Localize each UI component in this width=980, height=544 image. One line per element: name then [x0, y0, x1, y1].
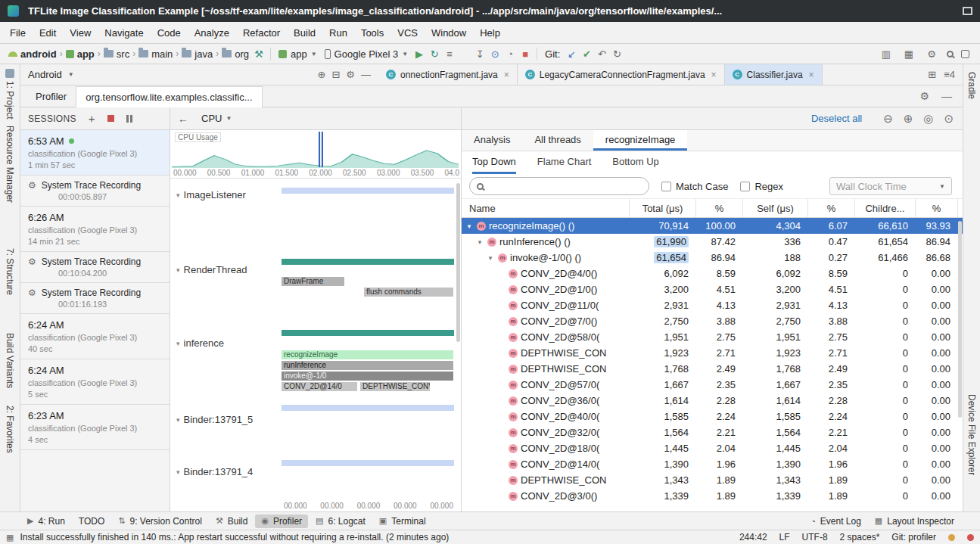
- metric-dropdown[interactable]: CPU ▼: [198, 113, 235, 124]
- thread-row[interactable]: ▾Binder:13791_5: [170, 399, 461, 457]
- tab-all-threads[interactable]: All threads: [522, 130, 593, 151]
- table-row[interactable]: mCONV_2D@58/0(1,9512.751,9512.7500.00: [462, 329, 963, 345]
- menu-item-tools[interactable]: Tools: [354, 27, 390, 39]
- menu-item-help[interactable]: Help: [473, 27, 507, 39]
- menu-item-vcs[interactable]: VCS: [390, 27, 425, 39]
- tool-strip-item[interactable]: 1: Project: [5, 69, 15, 120]
- back-icon[interactable]: ←: [178, 113, 188, 125]
- table-row[interactable]: mCONV_2D@7/0()2,7503.882,7503.8800.00: [462, 313, 963, 329]
- profiler-tool-tab[interactable]: Profiler: [26, 85, 76, 107]
- column-header[interactable]: Total (μs): [630, 199, 696, 217]
- toolwindow-button-profiler[interactable]: ◉Profiler: [255, 514, 308, 528]
- toolwindow-button-eventlog[interactable]: ◔Event Log: [804, 514, 867, 528]
- toolwindow-toggle-icon[interactable]: ▦: [6, 533, 14, 542]
- settings-gear-icon[interactable]: ⚙: [919, 90, 929, 102]
- column-header[interactable]: %: [808, 199, 855, 217]
- menu-item-build[interactable]: Build: [287, 27, 322, 39]
- table-row[interactable]: mDEPTHWISE_CON1,3431.891,3431.8900.00: [462, 472, 963, 488]
- collapse-icon[interactable]: ▾: [176, 416, 180, 424]
- table-row[interactable]: mCONV_2D@40/0(1,5852.241,5852.2400.00: [462, 409, 963, 424]
- indent-indicator[interactable]: 2 spaces*: [840, 532, 880, 542]
- locate-file-icon[interactable]: ⊕: [318, 69, 326, 80]
- editor-tab[interactable]: CClassifier.java×: [725, 64, 823, 85]
- git-rollback-icon[interactable]: ↶: [594, 48, 609, 60]
- expand-icon[interactable]: ▾: [465, 222, 474, 230]
- stop-session-icon[interactable]: [107, 115, 114, 122]
- menu-item-refactor[interactable]: Refactor: [236, 27, 287, 39]
- thread-row[interactable]: ▾ImageListener: [170, 179, 461, 252]
- hide-panel-icon[interactable]: —: [361, 69, 371, 80]
- table-row[interactable]: mCONV_2D@14/0(1,3901.961,3901.9600.00: [462, 456, 963, 472]
- toolwindow-button-vcs[interactable]: ⇅9: Version Control: [112, 514, 208, 528]
- session-item[interactable]: 6:24 AMclassification (Google Pixel 3)5 …: [20, 359, 170, 405]
- reset-zoom-icon[interactable]: ◎: [923, 112, 933, 126]
- menu-item-edit[interactable]: Edit: [33, 27, 63, 39]
- editor-tab[interactable]: ConnectionFragment.java×: [378, 64, 518, 85]
- collapse-icon[interactable]: ▾: [176, 266, 180, 274]
- thread-row[interactable]: ▾Binder:13791_4: [170, 457, 461, 499]
- apply-changes-icon[interactable]: ↻: [427, 48, 442, 60]
- make-project-icon[interactable]: ⚒: [251, 48, 266, 60]
- tab-flame-chart[interactable]: Flame Chart: [537, 151, 592, 174]
- tab-top-down[interactable]: Top Down: [472, 151, 516, 174]
- trace-bar[interactable]: runInference: [282, 361, 453, 370]
- run-menu-icon[interactable]: ≡: [442, 48, 457, 60]
- zoom-out-icon[interactable]: ⊖: [883, 112, 893, 126]
- encoding-indicator[interactable]: UTF-8: [802, 532, 828, 542]
- menu-item-code[interactable]: Code: [151, 27, 188, 39]
- collapse-icon[interactable]: ▾: [176, 468, 180, 476]
- window-controls-icon[interactable]: [963, 7, 972, 15]
- trace-bar[interactable]: invoke@-1/0: [282, 371, 453, 381]
- column-header[interactable]: Childre...: [855, 199, 916, 217]
- toolwindow-button-logcat[interactable]: ▤6: Logcat: [310, 514, 372, 528]
- editor-tab[interactable]: CLegacyCameraConnectionFragment.java×: [518, 64, 725, 85]
- column-header[interactable]: %: [696, 199, 743, 217]
- profiler-session-tab[interactable]: org.tensorflow.lite.examples.classific..…: [76, 86, 262, 107]
- code-coverage-icon[interactable]: ◔: [502, 48, 518, 60]
- table-row[interactable]: mCONV_2D@36/0(1,6142.281,6142.2800.00: [462, 393, 963, 409]
- breadcrumb-main[interactable]: main: [136, 48, 175, 60]
- timeline-scrollbar[interactable]: [456, 183, 460, 342]
- zoom-to-selection-icon[interactable]: ⊙: [944, 112, 954, 126]
- toolwindow-button-build[interactable]: ⚒Build: [210, 514, 254, 528]
- session-item[interactable]: 6:24 AMclassification (Google Pixel 3)40…: [20, 314, 170, 359]
- stop-button[interactable]: ■: [518, 48, 533, 60]
- avd-manager-icon[interactable]: [961, 50, 969, 58]
- table-row[interactable]: mCONV_2D@18/0(1,4452.041,4452.0400.00: [462, 440, 963, 456]
- menu-item-navigate[interactable]: Navigate: [98, 27, 150, 39]
- trace-bar[interactable]: DrawFrame: [282, 277, 344, 286]
- table-scrollbar[interactable]: [958, 221, 962, 418]
- sdk-manager-icon[interactable]: ▦: [901, 48, 916, 60]
- close-icon[interactable]: ×: [711, 70, 717, 80]
- recording-item[interactable]: ⚙System Trace Recording00:10:04.200: [20, 252, 170, 283]
- menu-item-view[interactable]: View: [63, 27, 98, 39]
- filter-search-box[interactable]: [469, 177, 649, 195]
- device-dropdown[interactable]: Google Pixel 3 ▼: [321, 48, 412, 60]
- toolwindow-button-run[interactable]: ▶4: Run: [21, 514, 71, 528]
- git-commit-icon[interactable]: ✔: [579, 48, 594, 60]
- thread-row[interactable]: recognizeImage runInference invoke@-1/0 …: [170, 325, 461, 399]
- collapse-icon[interactable]: ▾: [176, 340, 180, 347]
- tool-strip-item[interactable]: 7: Structure: [5, 248, 15, 295]
- table-row[interactable]: ▾minvoke@-1/0() ()61,65486.941880.2761,4…: [462, 250, 963, 266]
- attach-debugger-icon[interactable]: ↧: [472, 48, 487, 60]
- tool-strip-item[interactable]: Gradle: [966, 72, 977, 99]
- menu-item-analyze[interactable]: Analyze: [188, 27, 236, 39]
- notifications-bell-icon[interactable]: [948, 534, 955, 541]
- deselect-all-link[interactable]: Deselect all: [811, 113, 862, 124]
- trace-bar[interactable]: flush commands: [364, 288, 453, 297]
- thread-row[interactable]: DrawFrame flush commands ▾RenderThread: [170, 252, 461, 325]
- run-button[interactable]: ▶: [412, 48, 427, 60]
- line-ending-indicator[interactable]: LF: [779, 532, 790, 542]
- trace-bar[interactable]: DEPTHWISE_CONV_...: [360, 382, 430, 391]
- cpu-usage-chart[interactable]: CPU Usage 00.00000.50001.00001.50002.000…: [170, 130, 461, 179]
- table-row[interactable]: mCONV_2D@57/0(1,6672.351,6672.3500.00: [462, 377, 963, 393]
- table-row[interactable]: mCONV_2D@1/0()3,2004.513,2004.5100.00: [462, 281, 963, 297]
- selection-marker[interactable]: [319, 132, 323, 167]
- collapse-all-icon[interactable]: ⊟: [331, 69, 340, 80]
- column-header[interactable]: %: [916, 199, 958, 217]
- device-manager-icon[interactable]: ▥: [879, 48, 894, 60]
- hidden-tabs-dropdown[interactable]: ≡4: [944, 69, 955, 80]
- recording-item[interactable]: ⚙System Trace Recording00:00:05.897: [20, 176, 170, 207]
- clock-type-dropdown[interactable]: Wall Clock Time ▼: [829, 177, 952, 195]
